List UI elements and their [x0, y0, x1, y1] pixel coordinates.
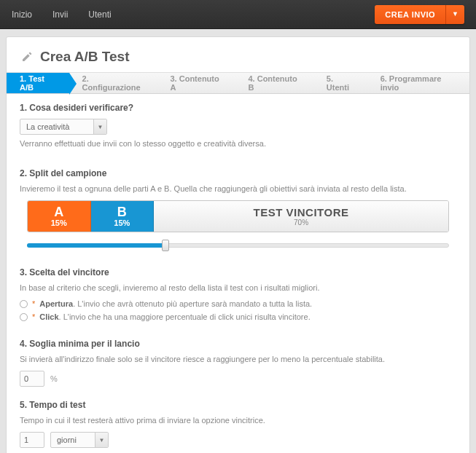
section-2-title: 2. Split del campione — [20, 168, 456, 178]
topbar: Inizio Invii Utenti CREA INVIO ▼ — [0, 0, 476, 29]
nav-utenti[interactable]: Utenti — [88, 9, 111, 20]
winner-option-click[interactable]: * Click. L'invio che ha una maggiore per… — [20, 312, 456, 321]
winner-option-apertura[interactable]: * Apertura. L'invio che avrà ottenuto pi… — [20, 299, 456, 308]
page-title: Crea A/B Test — [40, 49, 129, 65]
slider-fill — [27, 243, 166, 248]
section-split: 2. Split del campione Invieremo il test … — [7, 159, 469, 259]
create-invio-label: CREA INVIO — [375, 5, 446, 24]
split-seg-a: A 15% — [28, 201, 91, 232]
time-unit-value: giorni — [51, 436, 95, 444]
section-3-title: 3. Scelta del vincitore — [20, 267, 456, 277]
section-time: 5. Tempo di test Tempo in cui il test re… — [7, 391, 469, 452]
section-5-title: 5. Tempo di test — [20, 400, 456, 410]
asterisk-icon: * — [32, 299, 35, 308]
split-b-letter: B — [117, 205, 127, 218]
section-verify: 1. Cosa desideri verificare? La creativi… — [7, 94, 469, 159]
section-threshold: 4. Soglia minima per il lancio Si invier… — [7, 330, 469, 391]
split-box: A 15% B 15% TEST VINCITORE 70% — [27, 200, 449, 232]
split-seg-winner: TEST VINCITORE 70% — [154, 201, 448, 232]
slider-handle[interactable] — [162, 240, 169, 251]
verify-select[interactable]: La creatività ▼ — [20, 119, 107, 135]
section-4-title: 4. Soglia minima per il lancio — [20, 339, 456, 349]
threshold-input[interactable] — [20, 371, 44, 387]
split-winner-pct: 70% — [294, 218, 308, 227]
threshold-unit: % — [50, 374, 58, 383]
page-header: Crea A/B Test — [7, 37, 469, 72]
section-2-desc: Invieremo il test a ognuna delle parti A… — [20, 184, 456, 193]
wizard-step-6[interactable]: 6. Programmare invio — [367, 73, 469, 93]
chevron-down-icon: ▼ — [93, 119, 106, 134]
page-card: Crea A/B Test 1. Test A/B 2. Configurazi… — [6, 36, 470, 453]
section-1-title: 1. Cosa desideri verificare? — [20, 103, 456, 113]
chevron-down-icon: ▼ — [95, 433, 108, 447]
split-seg-b: B 15% — [91, 201, 155, 232]
section-4-desc: Si invierà all'indirizzo finale solo se … — [20, 355, 456, 363]
section-winner: 3. Scelta del vincitore In base al crite… — [7, 259, 469, 330]
wizard-step-1[interactable]: 1. Test A/B — [7, 73, 69, 93]
split-a-letter: A — [54, 205, 63, 218]
create-invio-button[interactable]: CREA INVIO ▼ — [375, 5, 464, 24]
wizard-step-5[interactable]: 5. Utenti — [313, 73, 367, 93]
wizard-step-3[interactable]: 3. Contenuto A — [157, 73, 235, 93]
pencil-icon — [21, 51, 33, 63]
opt2-name: Click — [39, 312, 58, 321]
opt1-name: Apertura — [39, 299, 73, 308]
radio-icon — [20, 300, 28, 308]
time-unit-select[interactable]: giorni ▼ — [50, 432, 109, 448]
split-a-pct: 15% — [51, 218, 67, 227]
section-3-desc: In base al criterio che scegli, invierem… — [20, 283, 456, 292]
time-input[interactable] — [20, 432, 44, 448]
wizard-step-4[interactable]: 4. Contenuto B — [235, 73, 313, 93]
section-5-desc: Tempo in cui il test resterà attivo prim… — [20, 416, 456, 425]
topnav: Inizio Invii Utenti — [12, 9, 112, 20]
opt2-desc: . L'invio che ha una maggiore percentual… — [59, 312, 311, 321]
split-b-pct: 15% — [114, 218, 130, 227]
split-winner-title: TEST VINCITORE — [254, 206, 349, 218]
wizard-step-2[interactable]: 2. Configurazione — [69, 73, 157, 93]
radio-icon — [20, 313, 28, 321]
asterisk-icon: * — [32, 312, 35, 321]
opt1-desc: . L'invio che avrà ottenuto più aperture… — [73, 299, 312, 308]
section-1-desc: Verranno effettuati due invii con lo ste… — [20, 139, 456, 148]
split-slider[interactable] — [27, 240, 449, 251]
nav-invii[interactable]: Invii — [52, 9, 68, 20]
verify-select-value: La creatività — [20, 122, 93, 131]
nav-inizio[interactable]: Inizio — [12, 9, 32, 20]
wizard-steps: 1. Test A/B 2. Configurazione 3. Contenu… — [7, 72, 469, 94]
create-invio-dropdown[interactable]: ▼ — [446, 5, 464, 24]
